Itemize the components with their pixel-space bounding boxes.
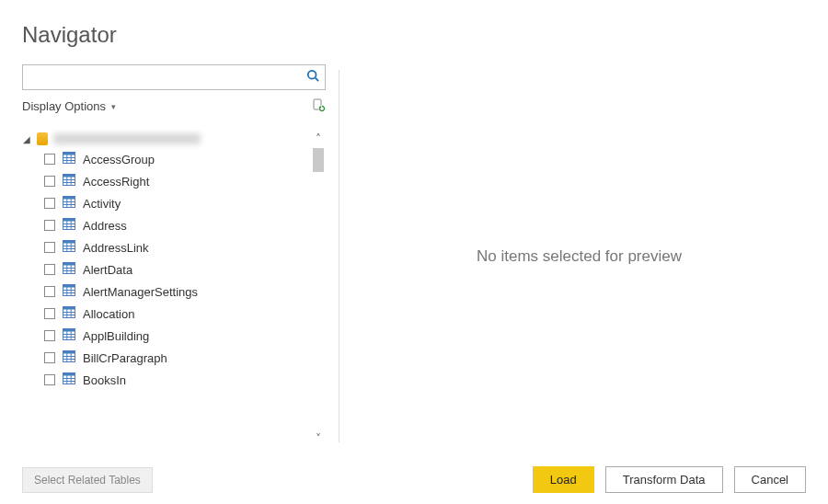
table-icon xyxy=(63,174,75,189)
table-icon xyxy=(63,350,75,365)
svg-rect-5 xyxy=(63,153,75,155)
tree-item-label: Activity xyxy=(83,197,121,211)
tree-panel: ◢ AccessGroupAccessRightActivityAddressA… xyxy=(22,130,326,448)
tree-item[interactable]: AlertManagerSettings xyxy=(44,281,305,303)
tree-item-label: AddressLink xyxy=(83,241,149,255)
svg-rect-65 xyxy=(63,373,75,376)
search-field[interactable] xyxy=(22,64,326,90)
tree-item-label: BooksIn xyxy=(83,373,126,387)
chevron-down-icon: ▾ xyxy=(111,102,116,111)
scroll-track[interactable] xyxy=(311,144,326,433)
options-row: Display Options ▾ xyxy=(22,97,326,120)
table-icon xyxy=(63,218,75,233)
table-icon xyxy=(63,196,75,211)
checkbox[interactable] xyxy=(44,374,55,385)
transform-data-button[interactable]: Transform Data xyxy=(605,466,723,493)
table-icon xyxy=(63,306,75,321)
dialog-body: Display Options ▾ ◢ AccessGroupAcce xyxy=(22,64,806,448)
display-options-dropdown[interactable]: Display Options ▾ xyxy=(22,99,116,113)
scroll-down-icon[interactable]: ˅ xyxy=(316,433,321,444)
checkbox[interactable] xyxy=(44,308,55,319)
tree-item-label: Address xyxy=(83,219,127,233)
scroll-thumb[interactable] xyxy=(313,148,324,172)
tree-children: AccessGroupAccessRightActivityAddressAdd… xyxy=(22,148,305,391)
tree-item-label: AlertData xyxy=(83,263,132,277)
database-icon xyxy=(37,132,48,145)
table-icon xyxy=(63,262,75,277)
svg-rect-59 xyxy=(63,351,75,354)
tree-item[interactable]: Allocation xyxy=(44,303,305,325)
svg-line-1 xyxy=(316,78,319,82)
tree-item-label: AccessGroup xyxy=(83,153,155,166)
checkbox[interactable] xyxy=(44,154,55,165)
left-panel: Display Options ▾ ◢ AccessGroupAcce xyxy=(22,64,326,448)
tree-root-label xyxy=(53,133,201,144)
checkbox[interactable] xyxy=(44,286,55,297)
search-input[interactable] xyxy=(29,71,299,85)
navigator-dialog: Navigator Display Options ▾ xyxy=(0,0,828,504)
tree-item[interactable]: BillCrParagraph xyxy=(44,347,305,369)
svg-rect-41 xyxy=(63,285,75,288)
table-icon xyxy=(63,284,75,299)
load-button[interactable]: Load xyxy=(533,466,594,493)
svg-rect-53 xyxy=(63,329,75,332)
tree-item[interactable]: Address xyxy=(44,214,305,236)
tree-item-label: BillCrParagraph xyxy=(83,351,167,365)
tree-root-node[interactable]: ◢ xyxy=(22,130,305,148)
tree-item-label: Allocation xyxy=(83,307,134,321)
vertical-divider xyxy=(339,70,339,442)
svg-rect-29 xyxy=(63,241,75,244)
tree-item[interactable]: BooksIn xyxy=(44,369,305,391)
checkbox[interactable] xyxy=(44,198,55,209)
table-icon xyxy=(63,328,75,343)
select-related-tables-button[interactable]: Select Related Tables xyxy=(22,467,153,493)
tree-item[interactable]: AlertData xyxy=(44,258,305,281)
scrollbar[interactable]: ˄ ˅ xyxy=(311,133,326,444)
cancel-button[interactable]: Cancel xyxy=(734,466,806,493)
refresh-icon[interactable] xyxy=(311,97,326,115)
svg-rect-47 xyxy=(63,307,75,310)
checkbox[interactable] xyxy=(44,264,55,275)
preview-panel: No items selected for preview xyxy=(352,64,806,448)
tree-item[interactable]: Activity xyxy=(44,192,305,214)
tree-item-label: ApplBuilding xyxy=(83,329,149,343)
table-icon xyxy=(63,240,75,255)
table-icon xyxy=(63,152,75,166)
checkbox[interactable] xyxy=(44,330,55,341)
tree-item[interactable]: ApplBuilding xyxy=(44,325,305,347)
checkbox[interactable] xyxy=(44,242,55,253)
tree-list: ◢ AccessGroupAccessRightActivityAddressA… xyxy=(22,130,305,391)
checkbox[interactable] xyxy=(44,352,55,363)
tree-item-label: AccessRight xyxy=(83,175,149,189)
display-options-label: Display Options xyxy=(22,99,106,113)
tree-item[interactable]: AccessRight xyxy=(44,170,305,192)
tree-item[interactable]: AccessGroup xyxy=(44,148,305,170)
preview-empty-message: No items selected for preview xyxy=(477,247,682,266)
tree-item[interactable]: AddressLink xyxy=(44,236,305,258)
search-icon[interactable] xyxy=(306,69,319,86)
dialog-footer: Select Related Tables Load Transform Dat… xyxy=(22,448,806,493)
page-title: Navigator xyxy=(22,22,806,48)
svg-point-0 xyxy=(308,71,316,79)
svg-rect-35 xyxy=(63,263,75,266)
caret-down-icon: ◢ xyxy=(22,134,31,144)
svg-rect-23 xyxy=(63,219,75,222)
scroll-up-icon[interactable]: ˄ xyxy=(316,133,321,144)
checkbox[interactable] xyxy=(44,220,55,231)
svg-rect-11 xyxy=(63,175,75,178)
checkbox[interactable] xyxy=(44,176,55,187)
tree-item-label: AlertManagerSettings xyxy=(83,285,198,299)
table-icon xyxy=(63,372,75,387)
footer-right: Load Transform Data Cancel xyxy=(533,466,806,493)
svg-rect-17 xyxy=(63,197,75,200)
